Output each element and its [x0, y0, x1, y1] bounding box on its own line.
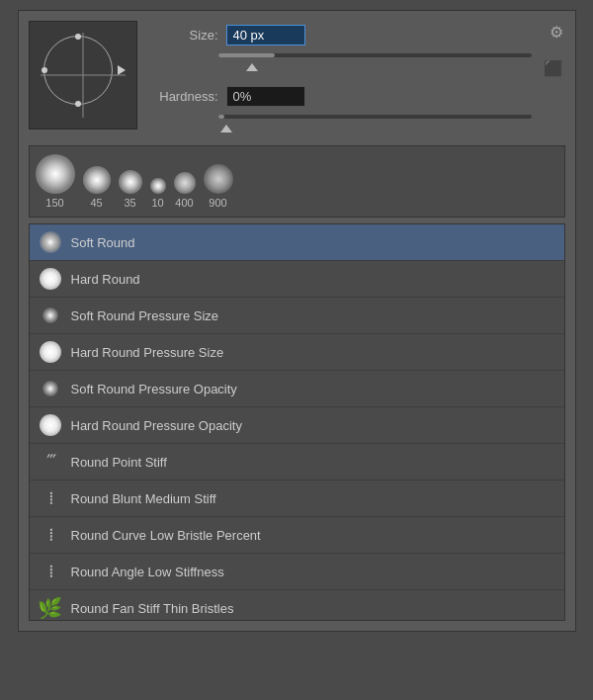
arrow-right — [118, 65, 126, 75]
brush-thumb-soft-round-pressure-opacity — [38, 376, 63, 401]
bristle-brush-icon-2: ⁞ — [48, 489, 52, 507]
preset-label-4: 400 — [175, 197, 193, 209]
fan-brush-icon: 🌿 — [38, 596, 62, 620]
new-brush-icon[interactable]: ⬛ — [544, 59, 563, 78]
soft-small-brush-icon-2 — [42, 381, 58, 396]
hardness-slider-thumb-area — [218, 121, 532, 135]
list-item[interactable]: Soft Round Pressure Opacity — [30, 371, 564, 407]
bristle-brush-icon: ‴ — [46, 452, 53, 472]
hardness-display: 0% — [226, 86, 305, 107]
preset-label-3: 10 — [151, 197, 163, 209]
size-slider-track[interactable] — [218, 53, 532, 57]
controls-area: Size: Hardness: 0% — [149, 21, 532, 135]
hard-brush-icon-2 — [40, 414, 61, 436]
size-label: Size: — [149, 28, 218, 43]
brush-item-name: Soft Round Pressure Opacity — [71, 382, 237, 396]
list-item[interactable]: Hard Round — [30, 261, 564, 298]
preset-label-0: 150 — [45, 197, 63, 209]
hard-brush-icon — [40, 268, 61, 290]
brush-item-name: Soft Round — [71, 235, 135, 250]
list-item[interactable]: Hard Round Pressure Size — [30, 334, 564, 371]
brush-thumb-soft-round — [38, 229, 63, 255]
hard-brush-icon — [40, 341, 61, 363]
list-item[interactable]: ⁞ Round Blunt Medium Stiff — [30, 481, 564, 517]
brush-item-name: Round Angle Low Stiffness — [71, 565, 224, 579]
brush-outline-circle — [43, 36, 113, 105]
brush-thumb-hard-round — [38, 266, 63, 292]
preset-label-5: 900 — [209, 197, 226, 209]
brush-item-name: Round Point Stiff — [71, 455, 167, 470]
preset-brush-1 — [83, 166, 111, 194]
brush-thumb-round-angle-low-stiffness: ⁞ — [38, 559, 63, 584]
size-slider-thumb[interactable] — [246, 63, 258, 71]
hardness-row: Hardness: 0% — [149, 86, 532, 107]
brush-thumb-round-curve-low-bristle-percent: ⁞ — [38, 522, 63, 548]
preset-brush-0 — [36, 154, 75, 194]
list-item[interactable]: Soft Round — [30, 224, 564, 261]
crosshair-vertical — [82, 33, 83, 118]
soft-brush-icon — [40, 231, 61, 253]
preset-brush-3 — [150, 178, 166, 194]
brush-thumb-round-blunt-medium-stiff: ⁞ — [38, 485, 63, 511]
brush-item-name: Round Fan Stiff Thin Bristles — [71, 601, 234, 616]
soft-small-brush-icon — [42, 307, 58, 323]
preset-label-1: 45 — [90, 197, 102, 209]
brush-item-name: Round Blunt Medium Stiff — [71, 491, 216, 506]
brush-circle-container — [43, 36, 123, 115]
size-input[interactable] — [226, 25, 305, 45]
size-row: Size: — [149, 25, 532, 45]
list-item[interactable]: Soft Round Pressure Size — [30, 298, 564, 334]
list-item[interactable]: ⁞ Round Angle Low Stiffness — [30, 554, 564, 590]
preset-label-2: 35 — [124, 197, 135, 209]
hardness-slider-track[interactable] — [218, 115, 532, 119]
preset-item-5[interactable]: 900 — [204, 164, 233, 209]
list-item[interactable]: ‴ Round Point Stiff — [30, 444, 564, 481]
list-item[interactable]: 🌿 Round Fan Stiff Thin Bristles — [30, 590, 564, 620]
hardness-slider-fill — [218, 115, 224, 119]
brush-thumb-hard-round-pressure-size — [38, 339, 63, 365]
hardness-slider-container — [149, 115, 532, 135]
presets-strip: 150 45 35 10 400 900 — [29, 145, 565, 218]
brush-preview — [29, 21, 137, 130]
preset-brush-5 — [204, 164, 233, 194]
hardness-slider-thumb[interactable] — [220, 125, 232, 132]
brush-item-name: Hard Round — [71, 272, 140, 287]
preset-item-0[interactable]: 150 — [36, 154, 75, 209]
top-icons-area: ⚙ ⬛ — [544, 21, 565, 78]
size-slider-fill — [218, 53, 275, 57]
preset-item-4[interactable]: 400 — [174, 172, 196, 209]
bristle-brush-icon-3: ⁞ — [48, 524, 52, 546]
brush-item-name: Hard Round Pressure Opacity — [71, 418, 242, 433]
list-item[interactable]: ⁞ Round Curve Low Bristle Percent — [30, 517, 564, 554]
size-slider-thumb-area — [218, 59, 532, 74]
brush-thumb-soft-round-pressure-size — [38, 303, 63, 328]
preset-item-1[interactable]: 45 — [83, 166, 111, 209]
brush-thumb-hard-round-pressure-opacity — [38, 412, 63, 438]
bristle-brush-icon-4: ⁞ — [48, 561, 52, 582]
dot-top — [75, 34, 81, 40]
preset-brush-2 — [119, 170, 142, 194]
preset-item-2[interactable]: 35 — [119, 170, 142, 209]
dot-left — [42, 67, 47, 73]
list-item[interactable]: Hard Round Pressure Opacity — [30, 407, 564, 444]
brush-list: Soft Round Hard Round Soft Round Pressur… — [30, 224, 564, 620]
hardness-label: Hardness: — [149, 89, 218, 104]
size-slider-container — [149, 53, 532, 74]
gear-icon[interactable]: ⚙ — [550, 23, 563, 42]
brush-item-name: Round Curve Low Bristle Percent — [71, 528, 261, 543]
top-section: Size: Hardness: 0% — [29, 21, 565, 135]
brush-list-container: Soft Round Hard Round Soft Round Pressur… — [29, 223, 565, 621]
preset-brush-4 — [174, 172, 196, 194]
preset-item-3[interactable]: 10 — [150, 178, 166, 209]
dot-bottom — [75, 101, 81, 107]
brush-item-name: Hard Round Pressure Size — [71, 345, 224, 360]
brush-item-name: Soft Round Pressure Size — [71, 308, 219, 323]
brush-thumb-round-fan-stiff-thin-bristles: 🌿 — [38, 595, 63, 620]
brush-panel: Size: Hardness: 0% — [18, 10, 576, 632]
brush-thumb-round-point-stiff: ‴ — [38, 449, 63, 475]
